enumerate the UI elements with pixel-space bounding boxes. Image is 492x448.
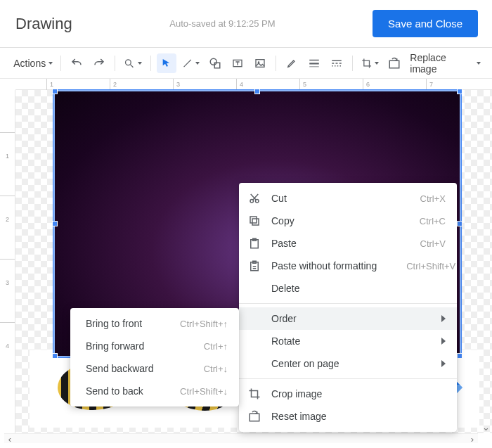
line-dash-icon [330,57,343,70]
cursor-icon [161,58,172,69]
blank-icon [247,334,261,348]
scroll-down-icon[interactable]: ⌄ [481,422,491,432]
shape-icon [209,57,221,70]
svg-rect-8 [309,59,319,60]
svg-rect-9 [309,63,319,64]
separator [150,56,151,71]
ctx-bring-forward[interactable]: Bring forward Ctrl+↑ [70,335,239,357]
blank-icon [247,357,261,371]
replace-image-label: Replace image [410,52,474,75]
caret-down-icon [375,62,379,65]
textbox-tool[interactable] [228,53,247,73]
ruler-tick: 6 [363,79,370,90]
select-tool[interactable] [157,53,176,73]
svg-rect-10 [309,66,319,67]
svg-rect-4 [214,63,220,68]
actions-menu[interactable]: Actions [11,53,55,73]
resize-handle-ne[interactable] [457,89,462,94]
save-and-close-button[interactable]: Save and Close [373,10,478,37]
ruler-vertical: 1 2 3 4 [0,90,15,433]
pen-icon [286,58,297,69]
resize-handle-w[interactable] [52,221,58,226]
resize-handle-e[interactable] [457,221,462,226]
replace-image-menu[interactable]: Replace image [407,53,484,73]
caret-down-icon [48,62,53,65]
crop-button[interactable] [358,53,382,73]
redo-icon [93,57,105,70]
ctx-crop-image[interactable]: Crop image [239,383,457,405]
svg-line-1 [131,64,134,67]
resize-handle-se[interactable] [457,353,462,359]
image-icon [254,58,266,69]
caret-down-icon [477,62,481,65]
shape-tool[interactable] [205,53,225,73]
context-menu: Cut Ctrl+X Copy Ctrl+C Paste Ctrl+V Past… [239,183,457,432]
ctx-copy[interactable]: Copy Ctrl+C [239,210,457,232]
redo-button[interactable] [89,53,109,73]
blank-icon [247,312,261,326]
caret-down-icon [138,62,142,65]
ctx-rotate[interactable]: Rotate [239,330,457,352]
undo-button[interactable] [67,53,86,73]
line-weight-icon [308,57,321,70]
svg-point-0 [126,59,131,65]
svg-rect-6 [256,59,264,67]
context-submenu-order: Bring to front Ctrl+Shift+↑ Bring forwar… [70,308,239,407]
svg-rect-11 [390,60,400,68]
resize-handle-n[interactable] [254,89,260,94]
zoom-menu[interactable] [121,53,144,73]
canvas-area: 1 2 3 4 5 6 7 1 2 3 4 The WindowsClub [0,79,492,443]
svg-point-3 [210,58,216,65]
cut-icon [247,191,261,205]
ctx-send-backward[interactable]: Send backward Ctrl+↓ [70,357,239,380]
zoom-icon [124,58,134,69]
separator [352,56,353,71]
ctx-cut[interactable]: Cut Ctrl+X [239,187,457,210]
ctx-paste[interactable]: Paste Ctrl+V [239,232,457,255]
border-weight-button[interactable] [304,53,324,73]
toolbar: Actions Repl [0,48,492,79]
submenu-arrow-icon [441,360,446,367]
scroll-right-icon[interactable]: › [467,434,478,443]
scrollbar-horizontal[interactable]: ‹ › [4,433,478,443]
ruler-tick: 2 [0,196,15,223]
dialog-title: Drawing [15,15,72,33]
ruler-tick: 4 [0,322,15,350]
ruler-tick: 7 [426,79,433,90]
ctx-order[interactable]: Order [239,307,457,330]
border-dash-button[interactable] [327,53,347,73]
ruler-tick: 2 [110,79,117,90]
ruler-tick: 4 [236,79,243,90]
ruler-tick: 1 [0,132,15,160]
copy-icon [247,214,261,228]
separator [115,56,115,71]
line-icon [182,58,193,69]
paste-plain-icon [247,259,261,273]
ruler-tick: 3 [0,259,15,286]
ctx-center-on-page[interactable]: Center on page [239,352,457,375]
blank-icon [247,281,261,295]
ruler-tick: 3 [173,79,180,90]
undo-icon [70,57,83,70]
resize-handle-nw[interactable] [52,89,58,94]
svg-rect-14 [252,219,259,225]
ctx-reset-image[interactable]: Reset image [239,405,457,428]
reset-image-icon [247,409,261,423]
reset-image-button[interactable] [384,53,404,73]
svg-rect-15 [250,217,257,223]
ctx-send-to-back[interactable]: Send to back Ctrl+Shift+↓ [70,380,239,402]
ruler-tick: 5 [299,79,306,90]
menu-separator [239,303,457,304]
ctx-bring-to-front[interactable]: Bring to front Ctrl+Shift+↑ [70,312,239,335]
image-tool[interactable] [250,53,270,73]
svg-line-2 [183,59,190,66]
menu-separator [239,378,457,379]
ctx-delete[interactable]: Delete [239,277,457,300]
textbox-icon [232,58,243,69]
resize-handle-sw[interactable] [52,353,58,359]
ruler-horizontal: 1 2 3 4 5 6 7 [15,79,492,90]
scroll-left-icon[interactable]: ‹ [4,434,15,443]
line-tool[interactable] [179,53,202,73]
ctx-paste-without-formatting[interactable]: Paste without formatting Ctrl+Shift+V [239,255,457,277]
border-color-button[interactable] [282,53,302,73]
